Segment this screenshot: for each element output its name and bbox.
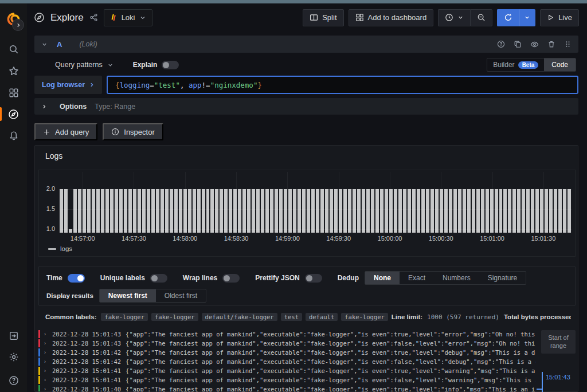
bytes-processed-label: Total bytes processed: [504,313,571,320]
log-nav-current-time[interactable]: 15:01:43 [546,374,570,381]
volume-bar [242,189,246,233]
toggle-switch[interactable] [305,274,322,283]
toggle-switch[interactable] [222,274,240,283]
explain-control: Explain [133,61,179,69]
builder-mode-option[interactable]: Builder Beta [487,58,544,71]
volume-bar [435,189,439,233]
log-line-text: {"app":"The fanciest app of mankind","ex… [126,377,535,383]
query-patterns-dropdown[interactable]: Query patterns [55,61,114,69]
log-browser-button[interactable]: Log browser [34,76,102,94]
expand-log-row-icon[interactable]: › [44,359,49,364]
zoom-out-time-button[interactable] [470,9,492,26]
dedup-option-signature[interactable]: Signature [479,272,526,284]
x-tick-label: 14:57:30 [122,235,146,242]
common-label-badge: test [281,313,302,321]
remove-query-trash-icon[interactable] [547,40,555,48]
sidebar-item-sign-in[interactable] [0,328,27,344]
toggle-label: Time [46,274,62,282]
sidebar-item-search[interactable] [0,41,27,57]
query-row-header[interactable]: A (Loki) [34,36,578,53]
log-row[interactable]: ›2022-12-28 15:01:43{"app":"The fanciest… [38,330,535,339]
toggle-label: Wrap lines [183,274,217,282]
query-help-icon[interactable] [497,40,505,48]
log-level-indicator-debug [38,348,40,356]
expand-log-row-icon[interactable]: › [44,331,49,337]
volume-bar [563,189,566,233]
volume-bar [156,189,159,233]
volume-bar [348,189,351,233]
run-query-interval-button[interactable] [519,9,535,26]
volume-bar [229,189,232,233]
expand-log-row-icon[interactable]: › [44,340,49,346]
x-tick-label: 14:59:00 [275,235,300,242]
time-picker-button[interactable] [438,9,470,26]
volume-bar [210,189,214,233]
chart-plot-area[interactable] [60,189,572,233]
dedup-option-numbers[interactable]: Numbers [434,272,479,284]
hide-query-eye-icon[interactable] [530,40,539,49]
toolbar-actions: Split Add to dashboard Live [303,9,579,26]
volume-bar [458,189,461,233]
log-level-indicator-warning [38,367,40,375]
volume-bar [334,189,338,233]
query-options-row[interactable]: Options Type: Range [34,98,578,115]
expand-log-row-icon[interactable]: › [44,386,49,391]
duplicate-query-icon[interactable] [514,40,522,48]
log-row[interactable]: ›2022-12-28 15:01:42{"app":"The fanciest… [38,348,535,357]
run-query-button[interactable] [497,9,519,26]
query-toolbar: Query patterns Explain Builder Beta Code [55,57,576,72]
chart-legend[interactable]: logs [48,245,72,252]
explain-toggle[interactable] [162,61,179,69]
volume-bar [343,189,347,233]
volume-bar [197,189,201,233]
log-row[interactable]: ›2022-12-28 15:01:42{"app":"The fanciest… [38,357,535,366]
log-level-indicator-debug [38,358,40,366]
dedup-option-none[interactable]: None [365,272,400,284]
log-level-indicator-warning [38,376,40,384]
drag-handle-icon[interactable] [564,40,572,48]
order-option-newest-first[interactable]: Newest first [100,289,156,302]
sidebar-item-starred[interactable] [0,63,27,79]
sidebar-item-explore[interactable] [0,106,27,122]
sidebar-item-alerting[interactable] [0,128,27,144]
query-expression-input[interactable]: {logging="test", app!="nginxdemo"} [107,76,578,94]
volume-bar [193,189,196,233]
expand-log-row-icon[interactable]: › [44,377,49,383]
order-option-oldest-first[interactable]: Oldest first [156,289,206,302]
x-tick-label: 14:58:30 [224,235,249,242]
volume-bar [307,189,310,233]
expand-log-row-icon[interactable]: › [44,350,49,355]
expand-log-row-icon[interactable]: › [44,368,49,374]
add-to-dashboard-button[interactable]: Add to dashboard [349,9,434,26]
toggle-switch[interactable] [68,274,85,283]
volume-bar [284,189,287,233]
logs-volume-chart[interactable]: 2.01.51.0 14:57:0014:57:3014:58:0014:58:… [38,170,576,257]
volume-bar [412,189,416,233]
x-tick-label: 14:59:30 [326,235,351,242]
log-timestamp: 2022-12-28 15:01:41 [52,377,121,383]
toggle-switch[interactable] [150,274,167,283]
add-query-button[interactable]: Add query [34,123,97,140]
sidebar-item-settings[interactable] [0,349,27,365]
volume-bar [142,189,146,233]
code-mode-option[interactable]: Code [544,58,576,71]
apps-grid-icon [355,13,364,22]
log-timestamp: 2022-12-28 15:01:42 [52,358,121,365]
log-row[interactable]: ›2022-12-28 15:01:41{"app":"The fanciest… [38,375,535,385]
log-row[interactable]: ›2022-12-28 15:01:41{"app":"The fanciest… [38,366,535,375]
log-row[interactable]: ›2022-12-28 15:01:40{"app":"The fanciest… [38,385,535,391]
share-icon[interactable] [89,13,98,22]
dedup-option-exact[interactable]: Exact [400,272,434,284]
sidebar-expand-button[interactable] [12,19,24,31]
log-nav-start-of-range[interactable]: Start of range [541,330,576,354]
live-button[interactable]: Live [540,9,579,26]
split-button[interactable]: Split [303,9,343,26]
sidebar-item-help[interactable] [0,373,27,389]
inspector-button[interactable]: Inspector [103,123,163,140]
volume-bar [224,189,228,233]
log-row[interactable]: ›2022-12-28 15:01:43{"app":"The fanciest… [38,339,535,348]
datasource-picker[interactable]: Loki [104,9,152,26]
sidebar-item-dashboards[interactable] [0,85,27,101]
volume-bar [554,189,557,233]
collapse-chevron-icon[interactable] [41,41,48,48]
